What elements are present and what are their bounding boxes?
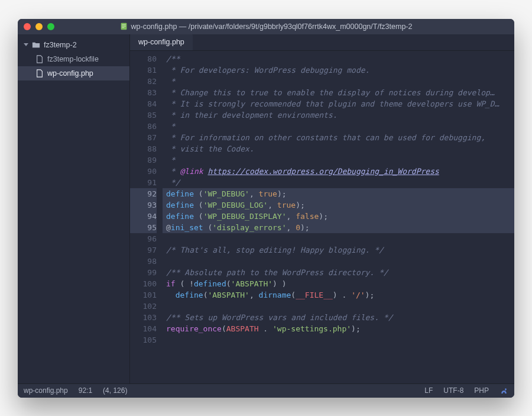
line-number: 95 [130, 222, 157, 233]
status-cursor[interactable]: 92:1 [79, 386, 92, 395]
code-line[interactable]: /** [163, 53, 514, 65]
tree-file-label: fz3temp-lockfile [47, 55, 99, 63]
line-number: 87 [130, 132, 157, 143]
php-file-icon [120, 22, 128, 30]
title-bar[interactable]: wp-config.php — /private/var/folders/9t/… [18, 19, 514, 34]
code-line[interactable] [163, 233, 514, 244]
line-number: 81 [130, 65, 157, 76]
code-line[interactable]: /** Sets up WordPress vars and included … [163, 312, 514, 323]
code-area[interactable]: /** * For developers: WordPress debuggin… [163, 51, 514, 383]
line-number: 91 [130, 177, 157, 188]
title-wrap: wp-config.php — /private/var/folders/9t/… [24, 22, 508, 31]
minimize-icon[interactable] [35, 23, 43, 30]
file-icon [35, 69, 44, 78]
line-number: 99 [130, 267, 157, 278]
code-line[interactable]: * [163, 121, 514, 132]
line-number: 92 [130, 188, 157, 199]
line-number: 103 [130, 312, 157, 323]
sidebar: fz3temp-2 fz3temp-lockfile wp-config.php [18, 34, 130, 383]
tree-file-label: wp-config.php [47, 69, 93, 78]
line-number: 88 [130, 143, 157, 154]
code-line[interactable]: */ [163, 177, 514, 188]
code-line[interactable]: * @link https://codex.wordpress.org/Debu… [163, 166, 514, 177]
line-number: 86 [130, 121, 157, 132]
code-line[interactable]: * For developers: WordPress debugging mo… [163, 65, 514, 76]
line-number: 90 [130, 166, 157, 177]
code-line[interactable]: define ('WP_DEBUG_LOG', true); [163, 199, 514, 211]
code-line[interactable]: if ( !defined('ABSPATH') ) [163, 278, 514, 289]
line-gutter: 8081828384858687888990919293949596979899… [130, 51, 163, 383]
file-icon [35, 55, 44, 63]
window-title: wp-config.php — /private/var/folders/9t/… [131, 22, 413, 31]
line-number: 94 [130, 211, 157, 222]
line-number: 100 [130, 278, 157, 289]
status-bar: wp-config.php 92:1 (4, 126) LF UTF-8 PHP [18, 383, 514, 398]
tree-root[interactable]: fz3temp-2 [18, 38, 129, 52]
line-number: 105 [130, 334, 157, 346]
tab-label: wp-config.php [138, 38, 184, 46]
code-line[interactable] [163, 301, 514, 312]
code-line[interactable]: define('ABSPATH', dirname(__FILE__) . '/… [163, 289, 514, 301]
code-line[interactable]: define ('WP_DEBUG', true); [163, 188, 514, 199]
code-line[interactable]: * [163, 154, 514, 166]
window-controls [24, 23, 54, 30]
code-line[interactable]: @ini_set ('display_errors', 0); [163, 222, 514, 233]
code-line[interactable]: /* That's all, stop editing! Happy blogg… [163, 244, 514, 256]
code-line[interactable]: * [163, 76, 514, 87]
svg-rect-3 [122, 27, 124, 28]
line-number: 101 [130, 289, 157, 301]
line-number: 102 [130, 301, 157, 312]
line-number: 84 [130, 98, 157, 109]
line-number: 96 [130, 233, 157, 244]
code-line[interactable]: * For information on other constants tha… [163, 132, 514, 143]
close-icon[interactable] [24, 23, 31, 30]
code-line[interactable] [163, 256, 514, 267]
code-line[interactable]: define ('WP_DEBUG_DISPLAY', false); [163, 211, 514, 222]
line-number: 82 [130, 76, 157, 87]
editor-window: wp-config.php — /private/var/folders/9t/… [18, 19, 514, 398]
svg-rect-2 [122, 26, 126, 27]
tree-file-lockfile[interactable]: fz3temp-lockfile [18, 52, 129, 66]
folder-icon [32, 41, 40, 49]
status-language[interactable]: PHP [474, 386, 489, 395]
line-number: 80 [130, 53, 157, 65]
status-filename[interactable]: wp-config.php [24, 386, 68, 395]
line-number: 104 [130, 323, 157, 334]
line-number: 85 [130, 109, 157, 121]
main: wp-config.php 80818283848586878889909192… [130, 34, 514, 383]
tree-root-label: fz3temp-2 [44, 41, 77, 49]
status-line-ending[interactable]: LF [424, 386, 433, 395]
line-number: 83 [130, 87, 157, 98]
code-line[interactable]: * visit the Codex. [163, 143, 514, 154]
status-selection[interactable]: (4, 126) [103, 386, 127, 395]
status-encoding[interactable]: UTF-8 [443, 386, 463, 395]
svg-rect-1 [122, 24, 126, 25]
tab-bar: wp-config.php [130, 34, 514, 51]
line-number: 93 [130, 199, 157, 211]
line-number: 97 [130, 244, 157, 256]
code-line[interactable]: require_once(ABSPATH . 'wp-settings.php'… [163, 323, 514, 334]
editor[interactable]: 8081828384858687888990919293949596979899… [130, 51, 514, 383]
chevron-down-icon [24, 43, 28, 46]
tab-wpconfig[interactable]: wp-config.php [130, 34, 193, 50]
body-split: fz3temp-2 fz3temp-lockfile wp-config.php… [18, 34, 514, 383]
code-line[interactable]: /** Absolute path to the WordPress direc… [163, 267, 514, 278]
code-line[interactable]: * It is strongly recommended that plugin… [163, 98, 514, 109]
squirrel-icon[interactable] [499, 386, 508, 395]
tree-file-wpconfig[interactable]: wp-config.php [18, 66, 129, 80]
line-number: 89 [130, 154, 157, 166]
code-line[interactable] [163, 334, 514, 346]
code-line[interactable]: * in their development environments. [163, 109, 514, 121]
line-number: 98 [130, 256, 157, 267]
zoom-icon[interactable] [47, 23, 54, 30]
code-line[interactable]: * Change this to true to enable the disp… [163, 87, 514, 98]
